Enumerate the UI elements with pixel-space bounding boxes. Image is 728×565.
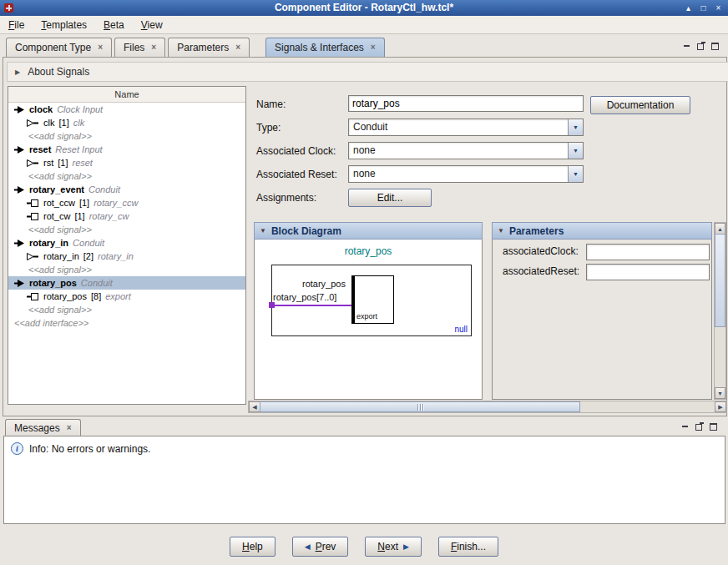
- tab-messages[interactable]: Messages ×: [5, 419, 81, 436]
- minimize-panel-icon[interactable]: [680, 422, 690, 431]
- block-diagram-header[interactable]: ▼ Block Diagram: [254, 222, 483, 240]
- tree-item-rotary-in[interactable]: rotary_in Conduit: [8, 236, 245, 250]
- close-tab-icon[interactable]: ×: [98, 43, 103, 52]
- name-label: Name:: [256, 96, 286, 113]
- associated-clock-combo[interactable]: none ▼: [348, 142, 584, 159]
- collapse-section-icon[interactable]: ▼: [260, 227, 266, 235]
- scroll-down-button[interactable]: ▼: [715, 387, 725, 399]
- interface-tree: Name clock Clock Input clk [1] clk <<add…: [8, 86, 246, 405]
- associated-reset-param-input[interactable]: [586, 264, 710, 280]
- menu-bar: File Templates Beta View: [0, 16, 728, 34]
- name-input[interactable]: [348, 95, 584, 112]
- expand-section-icon[interactable]: ▶: [15, 68, 20, 76]
- maximize-window-button[interactable]: □: [697, 2, 710, 14]
- tree-item-add-signal[interactable]: <<add signal>>: [8, 223, 245, 236]
- tree-item-rotary-in-signal[interactable]: rotary_in [2] rotary_in: [8, 250, 245, 263]
- vertical-scroll-thumb[interactable]: [715, 234, 725, 327]
- diagram-port-label: export: [356, 312, 377, 320]
- diagram-module-box: rotary_pos rotary_pos[7..0] export null: [271, 265, 472, 336]
- associated-reset-combo[interactable]: none ▼: [348, 165, 584, 183]
- tree-item-add-interface[interactable]: <<add interface>>: [8, 316, 245, 330]
- tree-item-add-signal[interactable]: <<add signal>>: [8, 129, 245, 143]
- combo-dropdown-button[interactable]: ▼: [568, 166, 583, 182]
- about-signals-section[interactable]: ▶ About Signals: [7, 62, 728, 82]
- tree-item-rotary-pos-signal[interactable]: rotary_pos [8] export: [8, 290, 245, 303]
- scroll-left-button[interactable]: ◀: [249, 401, 260, 412]
- tree-item-reset[interactable]: reset Reset Input: [8, 143, 245, 156]
- documentation-button[interactable]: Documentation: [590, 96, 690, 114]
- tab-parameters[interactable]: Parameters ×: [168, 38, 250, 57]
- close-tab-icon[interactable]: ×: [371, 43, 376, 52]
- maximize-panel-icon[interactable]: [710, 42, 720, 51]
- collapse-section-icon[interactable]: ▼: [498, 227, 504, 235]
- combo-dropdown-button[interactable]: ▼: [568, 143, 583, 159]
- tree-item-clk[interactable]: clk [1] clk: [8, 116, 245, 129]
- finish-button[interactable]: Finish...: [438, 537, 498, 557]
- tree-item-clock[interactable]: clock Clock Input: [8, 103, 245, 116]
- menu-templates[interactable]: Templates: [38, 18, 90, 32]
- next-button[interactable]: Next ▶: [365, 537, 422, 557]
- horizontal-scrollbar[interactable]: ◀ ▶: [248, 401, 727, 413]
- combo-dropdown-button[interactable]: ▼: [568, 119, 583, 135]
- tree-item-rotary-pos[interactable]: rotary_pos Conduit: [8, 276, 245, 290]
- assignments-label: Assignments:: [256, 189, 316, 206]
- diagram-null-label: null: [454, 325, 468, 334]
- diagram-signal-name: rotary_pos: [302, 279, 346, 289]
- block-diagram-canvas: rotary_pos rotary_pos rotary_pos[7..0] e…: [254, 240, 483, 400]
- float-panel-icon[interactable]: [696, 42, 705, 51]
- diagram-instance-name: rotary_pos: [255, 245, 482, 257]
- messages-panel: Messages × i Info: No errors or warnings…: [2, 417, 726, 524]
- horizontal-scroll-thumb[interactable]: [260, 401, 580, 412]
- type-combo[interactable]: Conduit ▼: [348, 119, 584, 136]
- tab-signals-interfaces[interactable]: Signals & Interfaces ×: [265, 38, 385, 57]
- signal-in-icon: [27, 253, 39, 260]
- shade-window-button[interactable]: ▴: [682, 2, 695, 14]
- minimize-panel-icon[interactable]: [682, 42, 691, 51]
- menu-file[interactable]: File: [5, 18, 28, 32]
- close-tab-icon[interactable]: ×: [67, 424, 72, 432]
- window-title: Component Editor - RotaryCtl_hw.tcl*: [0, 0, 728, 16]
- scroll-right-button[interactable]: ▶: [715, 401, 726, 412]
- menu-beta[interactable]: Beta: [100, 18, 128, 32]
- scroll-up-button[interactable]: ▲: [715, 223, 725, 235]
- interface-icon: [14, 146, 25, 154]
- signal-out-icon: [27, 199, 39, 207]
- interface-icon: [14, 186, 25, 194]
- diagram-port-box: export: [351, 275, 394, 324]
- help-button[interactable]: Help: [230, 537, 276, 557]
- parameters-body: associatedClock: associatedReset:: [492, 240, 712, 400]
- tree-item-rotary-event[interactable]: rotary_event Conduit: [8, 183, 245, 196]
- tree-column-header[interactable]: Name: [8, 87, 245, 103]
- tree-item-add-signal[interactable]: <<add signal>>: [8, 303, 245, 316]
- maximize-panel-icon[interactable]: [709, 422, 718, 431]
- interface-icon: [14, 280, 25, 287]
- message-row[interactable]: i Info: No errors or warnings.: [4, 436, 725, 455]
- about-signals-label: About Signals: [28, 66, 89, 78]
- close-tab-icon[interactable]: ×: [151, 43, 156, 52]
- signal-out-icon: [27, 293, 39, 300]
- parameters-header[interactable]: ▼ Parameters: [492, 222, 712, 240]
- title-bar[interactable]: Component Editor - RotaryCtl_hw.tcl* ▴ □…: [0, 0, 728, 16]
- close-tab-icon[interactable]: ×: [235, 43, 240, 52]
- associated-clock-param-input[interactable]: [586, 244, 710, 260]
- tree-item-rst[interactable]: rst [1] reset: [8, 156, 245, 169]
- tab-files[interactable]: Files ×: [114, 38, 165, 57]
- vertical-scrollbar[interactable]: ▲ ▼: [714, 222, 726, 400]
- float-panel-icon[interactable]: [695, 422, 704, 431]
- signals-interfaces-pane: ▶ About Signals Name clock Clock Input c…: [3, 57, 727, 416]
- message-text: Info: No errors or warnings.: [29, 443, 150, 455]
- close-window-button[interactable]: ×: [712, 2, 725, 14]
- tab-component-type[interactable]: Component Type ×: [6, 38, 112, 57]
- menu-view[interactable]: View: [138, 18, 166, 32]
- tree-item-rot-ccw[interactable]: rot_ccw [1] rotary_ccw: [8, 196, 245, 209]
- associated-reset-label: Associated Reset:: [256, 166, 337, 183]
- chevron-down-icon: ▼: [573, 171, 579, 177]
- prev-button[interactable]: ◀ Prev: [292, 537, 349, 557]
- edit-assignments-button[interactable]: Edit...: [348, 189, 432, 207]
- parameters-panel: ▼ Parameters associatedClock: associated…: [492, 222, 712, 398]
- tree-item-rot-cw[interactable]: rot_cw [1] rotary_cw: [8, 209, 245, 223]
- tree-item-add-signal[interactable]: <<add signal>>: [8, 263, 245, 276]
- type-label: Type:: [256, 119, 281, 136]
- diagram-bus-label: rotary_pos[7..0]: [273, 292, 336, 302]
- tree-item-add-signal[interactable]: <<add signal>>: [8, 169, 245, 183]
